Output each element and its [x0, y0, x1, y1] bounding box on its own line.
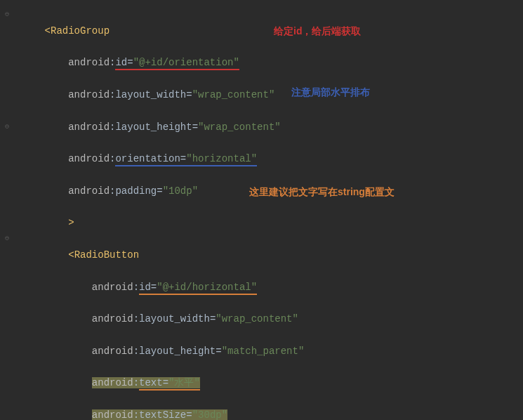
annotation-text: 这里建议把文字写在string配置文: [249, 184, 395, 200]
annotation-id: 给定id，给后端获取: [274, 23, 361, 39]
code-line: android:textSize="30dp": [21, 407, 304, 420]
code-line: android:layout_height="match_parent": [21, 343, 304, 360]
code-area[interactable]: <RadioGroup android:id="@+id/orientation…: [14, 0, 304, 420]
fold-icon[interactable]: ⊖: [0, 119, 14, 136]
code-line: <RadioGroup: [21, 23, 304, 39]
fold-icon[interactable]: ⊖: [0, 231, 14, 247]
gutter: ⊖ ⊖ ⊖: [0, 0, 14, 420]
code-line: android:id="@+id/orientation": [21, 55, 304, 71]
code-line: android:layout_width="wrap_content": [21, 87, 304, 103]
annotation-orientation: 注意局部水平排布: [291, 84, 370, 100]
code-editor[interactable]: ⊖ ⊖ ⊖ <RadioGroup android:id="@+id/orien…: [0, 0, 523, 420]
code-line: android:layout_height="wrap_content": [21, 119, 304, 136]
code-line: <RadioButton: [21, 247, 304, 263]
code-line: android:text="水平": [21, 375, 304, 391]
code-line: android:orientation="horizontal": [21, 151, 304, 167]
fold-icon[interactable]: ⊖: [0, 7, 14, 23]
code-line: >: [21, 215, 304, 231]
code-line: android:layout_width="wrap_content": [21, 311, 304, 327]
code-line: android:id="@+id/horizontal": [21, 280, 304, 296]
